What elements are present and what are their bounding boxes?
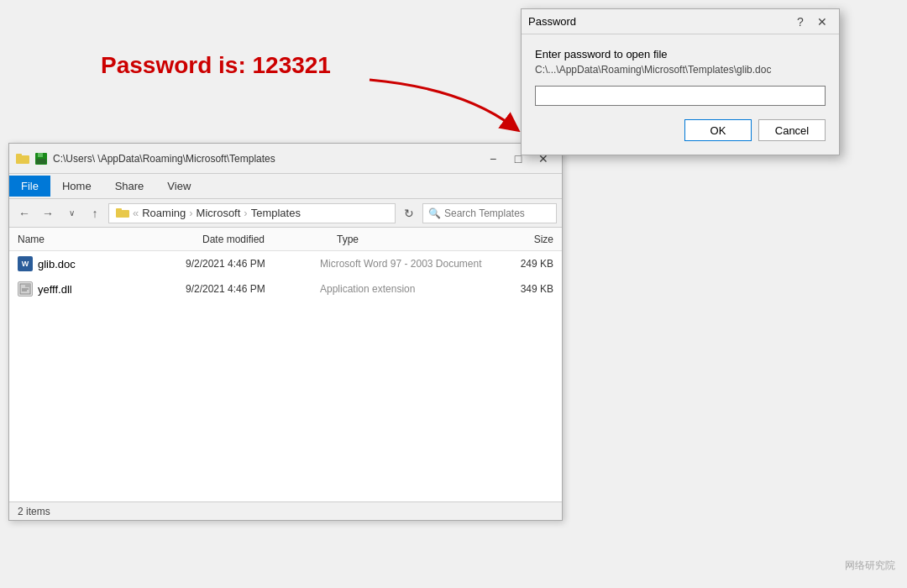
forward-button[interactable]: → [38, 203, 58, 223]
breadcrumb-microsoft[interactable]: Microsoft [197, 207, 241, 219]
ribbon: File Home Share View [9, 174, 562, 199]
col-header-date[interactable]: Date modified [202, 234, 337, 245]
dialog-password-input[interactable] [535, 86, 826, 106]
breadcrumb-sep3: › [244, 207, 247, 219]
col-header-type[interactable]: Type [337, 234, 486, 245]
file-content: Name Date modified Type Size W glib.doc … [9, 228, 562, 498]
svg-rect-1 [16, 154, 22, 157]
col-header-name[interactable]: Name [18, 234, 202, 245]
recent-button[interactable]: ∨ [61, 203, 81, 223]
up-button[interactable]: ↑ [85, 203, 105, 223]
breadcrumb-roaming[interactable]: Roaming [142, 207, 186, 219]
status-count: 2 items [18, 506, 50, 517]
dialog-filepath: C:\...\AppData\Roaming\Microsoft\Templat… [535, 64, 826, 76]
status-bar: 2 items [9, 501, 562, 520]
dialog-body: Enter password to open file C:\...\AppDa… [522, 34, 839, 155]
dialog-actions: OK Cancel [535, 119, 826, 141]
save-icon [34, 152, 48, 165]
dialog-cancel-button[interactable]: Cancel [758, 119, 826, 141]
dialog-prompt: Enter password to open file [535, 48, 826, 60]
folder-icon [16, 152, 29, 165]
arrow-password-to-dialog [361, 71, 529, 139]
file-size-cell: 249 KB [486, 258, 553, 270]
watermark: 网络研究院 [845, 559, 895, 573]
file-type-cell: Microsoft Word 97 - 2003 Document [320, 258, 486, 270]
dll-icon [18, 281, 33, 297]
dialog-title: Password [528, 15, 576, 28]
search-box[interactable]: 🔍 [422, 203, 557, 223]
minimize-button[interactable]: − [481, 149, 505, 169]
breadcrumb-folder-icon [116, 207, 129, 219]
file-list: Name Date modified Type Size W glib.doc … [9, 228, 562, 498]
dialog-help-button[interactable]: ? [790, 13, 810, 31]
file-date-cell: 9/2/2021 4:46 PM [186, 283, 320, 295]
svg-rect-4 [36, 159, 46, 164]
svg-rect-3 [38, 153, 43, 157]
dialog-titlebar: Password ? ✕ [522, 9, 839, 34]
breadcrumb-sep2: › [189, 207, 192, 219]
search-input[interactable] [444, 207, 570, 219]
file-header: Name Date modified Type Size [9, 228, 562, 251]
table-row[interactable]: W glib.doc 9/2/2021 4:46 PM Microsoft Wo… [9, 251, 562, 276]
col-header-size[interactable]: Size [486, 234, 553, 245]
tab-view[interactable]: View [155, 176, 202, 197]
dialog-close-button[interactable]: ✕ [812, 13, 832, 31]
word-icon: W [18, 256, 33, 271]
file-name-cell: W glib.doc [18, 256, 186, 271]
titlebar-path: C:\Users\ \AppData\Roaming\Microsoft\Tem… [53, 153, 476, 165]
tab-share[interactable]: Share [103, 176, 156, 197]
explorer-titlebar: C:\Users\ \AppData\Roaming\Microsoft\Tem… [9, 144, 562, 174]
search-icon: 🔍 [428, 207, 441, 219]
breadcrumb-sep1: « [133, 207, 139, 219]
dialog-title-controls: ? ✕ [790, 13, 832, 31]
password-dialog: Password ? ✕ Enter password to open file… [521, 8, 840, 155]
breadcrumb-templates[interactable]: Templates [251, 207, 301, 219]
svg-rect-6 [116, 208, 122, 212]
refresh-button[interactable]: ↻ [399, 203, 419, 223]
file-size-cell: 349 KB [486, 283, 553, 295]
tab-home[interactable]: Home [50, 176, 103, 197]
tab-file[interactable]: File [9, 176, 50, 197]
table-row[interactable]: yefff.dll 9/2/2021 4:46 PM Application e… [9, 276, 562, 302]
dialog-ok-button[interactable]: OK [684, 119, 752, 141]
explorer-window: C:\Users\ \AppData\Roaming\Microsoft\Tem… [8, 143, 563, 521]
file-type-cell: Application extension [320, 283, 486, 295]
breadcrumb[interactable]: « Roaming › Microsoft › Templates [108, 203, 396, 223]
file-name-cell: yefff.dll [18, 281, 186, 297]
nav-bar: ← → ∨ ↑ « Roaming › Microsoft › Template… [9, 199, 562, 228]
password-annotation: Password is: 123321 [101, 52, 331, 79]
svg-marker-8 [25, 284, 30, 287]
file-date-cell: 9/2/2021 4:46 PM [186, 258, 320, 270]
back-button[interactable]: ← [14, 203, 34, 223]
